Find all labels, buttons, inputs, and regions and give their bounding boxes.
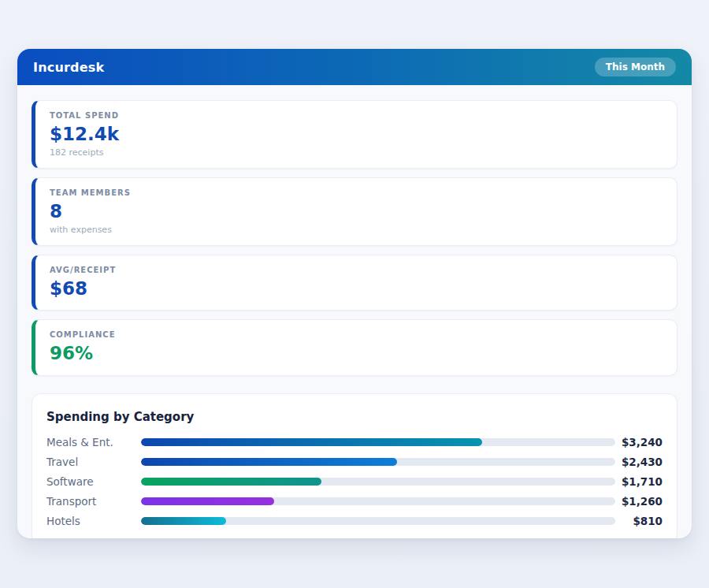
- chart-rows: Meals & Ent. $3,240 Travel $2,430 Softwa…: [46, 432, 663, 530]
- stats-list: TOTAL SPEND $12.4k 182 receipts TEAM MEM…: [32, 100, 677, 376]
- chart-row: Travel $2,430: [46, 452, 663, 471]
- bar-fill: [141, 517, 226, 525]
- bar-fill: [141, 478, 321, 486]
- bar-track: [141, 517, 615, 525]
- bar-track: [141, 497, 615, 505]
- chart-row: Software $1,710: [46, 471, 663, 491]
- bar-fill: [141, 438, 482, 446]
- stat-card: TEAM MEMBERS 8 with expenses: [32, 177, 677, 246]
- stat-label: COMPLIANCE: [50, 330, 663, 339]
- chart-row-value: $1,260: [615, 495, 663, 508]
- bar-track: [141, 478, 615, 486]
- period-badge[interactable]: This Month: [595, 58, 676, 76]
- bar-track: [141, 458, 615, 466]
- stat-value: 96%: [50, 342, 663, 365]
- bar-track: [141, 438, 615, 446]
- stat-label: TEAM MEMBERS: [50, 188, 663, 197]
- stat-subtitle: 182 receipts: [50, 147, 663, 158]
- chart-row-label: Meals & Ent.: [46, 436, 141, 448]
- stat-card: COMPLIANCE 96%: [32, 319, 677, 376]
- bar-fill: [141, 458, 397, 466]
- stat-card: AVG/RECEIPT $68: [32, 255, 677, 311]
- stat-label: AVG/RECEIPT: [50, 266, 663, 274]
- chart-row: Hotels $810: [46, 511, 663, 530]
- dashboard-body: TOTAL SPEND $12.4k 182 receipts TEAM MEM…: [17, 85, 692, 538]
- chart-row: Transport $1,260: [46, 491, 663, 511]
- stat-subtitle: with expenses: [50, 225, 663, 235]
- stat-value: $12.4k: [50, 123, 663, 146]
- chart-row-label: Hotels: [46, 515, 141, 527]
- stat-card: TOTAL SPEND $12.4k 182 receipts: [32, 100, 677, 169]
- app-title: Incurdesk: [33, 60, 104, 75]
- chart-row-value: $2,430: [615, 456, 663, 468]
- chart-title: Spending by Category: [46, 410, 663, 424]
- app-header: Incurdesk This Month: [17, 49, 692, 85]
- chart-row-label: Travel: [46, 456, 141, 468]
- chart-row-label: Transport: [46, 495, 141, 508]
- chart-row: Meals & Ent. $3,240: [46, 432, 663, 452]
- dashboard-card: Incurdesk This Month TOTAL SPEND $12.4k …: [17, 49, 692, 538]
- bar-fill: [141, 497, 274, 505]
- stat-value: $68: [50, 277, 663, 300]
- chart-row-value: $3,240: [615, 436, 663, 448]
- spending-chart-card: Spending by Category Meals & Ent. $3,240…: [32, 393, 677, 538]
- stat-value: 8: [50, 200, 663, 223]
- stat-label: TOTAL SPEND: [50, 111, 663, 120]
- chart-row-label: Software: [46, 475, 141, 488]
- chart-row-value: $810: [615, 515, 663, 527]
- chart-row-value: $1,710: [615, 475, 663, 488]
